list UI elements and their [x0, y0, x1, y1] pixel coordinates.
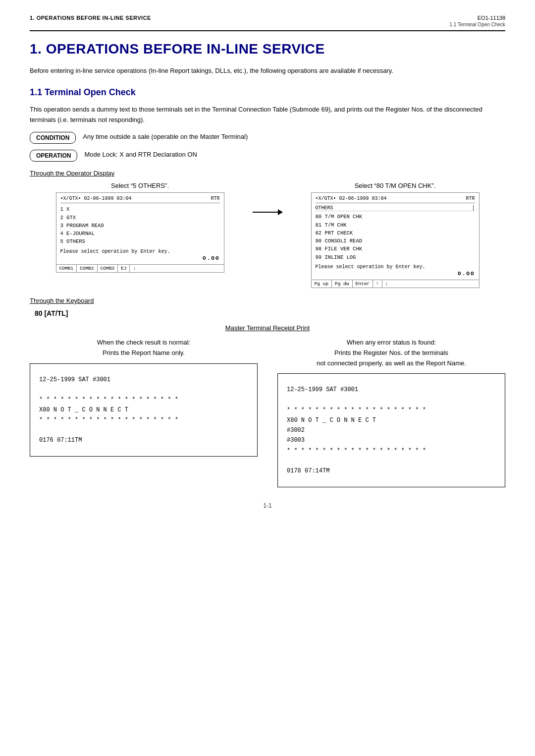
screen-header-right: •X/GTX• 02-06-1999 03:04 RTR [316, 196, 475, 203]
rmenu-line-2: 82 PRT CHECK [316, 229, 475, 237]
screen-footer-left: Please select operation by Enter key. O.… [60, 249, 220, 261]
keyboard-heading: Through the Keyboard [30, 297, 505, 304]
receipt-box-right: 12-25-1999 SAT #3001 * * * * * * * * * *… [277, 373, 505, 487]
btn-comb1[interactable]: COMB1 [56, 265, 77, 272]
operation-badge: OPERATION [30, 150, 77, 162]
condition-text: Any time outside a sale (operable on the… [83, 132, 248, 140]
btn-ej[interactable]: EJ [118, 265, 130, 272]
doc-number: EO1-11138 [449, 15, 505, 21]
menu-line-0: 1 X [60, 205, 220, 213]
screen-block-right: Select “80 T/M OPEN CHK”. •X/GTX• 02-06-… [285, 182, 505, 288]
rr-7 [287, 456, 496, 465]
rr-3: X80 N O T _ C O N N E C T [287, 415, 496, 425]
rr-5: #3003 [287, 435, 496, 445]
screen-header-right-rtr: RTR [466, 196, 475, 201]
rl-4: * * * * * * * * * * * * * * * * * * * * [39, 415, 248, 425]
page-footer: 1-1 [30, 502, 505, 509]
screen-header-right-title: •X/GTX• 02-06-1999 03:04 [316, 196, 387, 201]
screen-total-right: O.OO [316, 271, 475, 277]
receipt-right-desc-2: Prints the Register Nos. of the terminal… [277, 348, 505, 358]
rr-8: 0178 07:14TM [287, 466, 496, 476]
btn-enter[interactable]: Enter [353, 280, 374, 288]
rmenu-line-0: 80 T/M OPEN CHK [316, 213, 475, 221]
section-desc: This operation sends a dummy text to tho… [30, 105, 505, 125]
page-wrapper: 1. OPERATIONS BEFORE IN-LINE SERVICE EO1… [0, 0, 535, 756]
receipt-row: When the check result is normal: Prints … [30, 338, 505, 487]
rr-6: * * * * * * * * * * * * * * * * * * * * [287, 446, 496, 456]
screen-footer-right: Please select operation by Enter key. O.… [316, 264, 475, 277]
operation-text: Mode Lock: X and RTR Declaration ON [84, 150, 197, 158]
rmenu-line-3: 90 CONSOLI READ [316, 237, 475, 245]
receipt-left-desc: When the check result is normal: Prints … [30, 338, 258, 358]
receipt-col-right: When any error status is found: Prints t… [277, 338, 505, 487]
screen-header-left-rtr: RTR [211, 196, 219, 201]
submenu-title-row: OTHERS │ [316, 205, 475, 211]
btn-up[interactable]: ↑ [373, 280, 382, 288]
menu-line-2: 3 PROGRAM READ [60, 222, 220, 230]
condition-badge: CONDITION [30, 132, 76, 144]
terminal-screen-left: •X/GTX• 02-06-1999 03:04 RTR 1 X 2 GTX 3… [56, 192, 224, 264]
receipt-right-desc-1: When any error status is found: [277, 338, 505, 348]
master-receipt-heading: Master Terminal Receipt Print [30, 324, 505, 332]
header-left: 1. OPERATIONS BEFORE IN-LINE SERVICE [30, 15, 151, 21]
condition-row: CONDITION Any time outside a sale (opera… [30, 132, 505, 144]
rl-6: 0176 07:11TM [39, 435, 248, 445]
menu-line-1: 2 GTX [60, 214, 220, 222]
section-ref: 1.1 Terminal Open Check [449, 22, 505, 27]
keyboard-command: 80 [AT/TL] [35, 309, 505, 317]
screen-total-left: O.OO [60, 255, 220, 261]
receipt-col-left: When the check result is normal: Prints … [30, 338, 258, 487]
rl-1 [39, 385, 248, 395]
receipt-right-desc: When any error status is found: Prints t… [277, 338, 505, 368]
receipt-left-desc-2: Prints the Report Name only. [30, 348, 258, 358]
rl-3: X80 N O T _ C O N N E C T [39, 405, 248, 415]
receipt-box-left: 12-25-1999 SAT #3001 * * * * * * * * * *… [30, 363, 258, 457]
rmenu-line-1: 81 T/M CHK [316, 221, 475, 229]
receipt-right-desc-3: not connected properly, as well as the R… [277, 358, 505, 369]
rr-1 [287, 395, 496, 405]
btn-down[interactable]: ↓ [130, 265, 139, 272]
btn-comb3[interactable]: COMB3 [98, 265, 118, 272]
btn-pgup[interactable]: Pg up [312, 280, 332, 288]
operation-row: OPERATION Mode Lock: X and RTR Declarati… [30, 150, 505, 162]
right-label: Select “80 T/M OPEN CHK”. [355, 182, 436, 189]
chapter-title: 1. OPERATIONS BEFORE IN-LINE SERVICE [30, 41, 505, 57]
header-right: EO1-11138 1.1 Terminal Open Check [449, 15, 505, 27]
rr-0: 12-25-1999 SAT #3001 [287, 385, 496, 395]
screen-block-left: Select “5 OTHERS”. •X/GTX• 02-06-1999 03… [30, 182, 250, 272]
intro-text: Before entering in-line service operatio… [30, 66, 505, 76]
screen-header-left: •X/GTX• 02-06-1999 03:04 RTR [60, 196, 220, 203]
screen-footer-text-left: Please select operation by Enter key. [60, 249, 220, 254]
screen-buttons-left: COMB1 COMB2 COMB3 EJ ↓ [56, 265, 224, 273]
submenu-title: OTHERS [316, 205, 333, 211]
rr-4: #3002 [287, 425, 496, 435]
section-1-1-title: 1.1 Terminal Open Check [30, 87, 505, 98]
btn-rdown[interactable]: ↓ [382, 280, 391, 288]
rl-0: 12-25-1999 SAT #3001 [39, 375, 248, 385]
screen-header-left-title: •X/GTX• 02-06-1999 03:04 [60, 196, 132, 201]
screen-buttons-right: Pg up Pg dw Enter ↑ ↓ [311, 280, 480, 288]
screens-row: Select “5 OTHERS”. •X/GTX• 02-06-1999 03… [30, 182, 505, 288]
scrollbar-indicator: │ [472, 205, 475, 211]
operator-display-heading: Through the Operator Display [30, 170, 505, 177]
chapter-title-text: OPERATIONS BEFORE IN-LINE SERVICE [46, 41, 325, 57]
receipt-left-desc-1: When the check result is normal: [30, 338, 258, 348]
btn-pgdw[interactable]: Pg dw [332, 280, 353, 288]
screen-body-left: 1 X 2 GTX 3 PROGRAM READ 4 E-JOURNAL 5 O… [60, 205, 220, 245]
btn-comb2[interactable]: COMB2 [77, 265, 98, 272]
rmenu-line-5: 99 INLINE LOG [316, 253, 475, 261]
arrow-icon [253, 212, 282, 213]
menu-line-3: 4 E-JOURNAL [60, 230, 220, 237]
terminal-screen-right: •X/GTX• 02-06-1999 03:04 RTR OTHERS │ 80… [311, 192, 480, 280]
chapter-number: 1. [30, 41, 42, 57]
left-label: Select “5 OTHERS”. [111, 182, 169, 189]
screen-footer-text-right: Please select operation by Enter key. [316, 264, 475, 270]
menu-line-4: 5 OTHERS [60, 237, 220, 245]
rr-2: * * * * * * * * * * * * * * * * * * * * [287, 405, 496, 415]
rl-5 [39, 425, 248, 435]
screen-body-right: 80 T/M OPEN CHK 81 T/M CHK 82 PRT CHECK … [316, 213, 475, 261]
rmenu-line-4: 98 FILE VER CHK [316, 245, 475, 253]
rl-2: * * * * * * * * * * * * * * * * * * * * [39, 395, 248, 405]
arrow-block [250, 182, 285, 213]
top-bar: 1. OPERATIONS BEFORE IN-LINE SERVICE EO1… [30, 15, 505, 31]
